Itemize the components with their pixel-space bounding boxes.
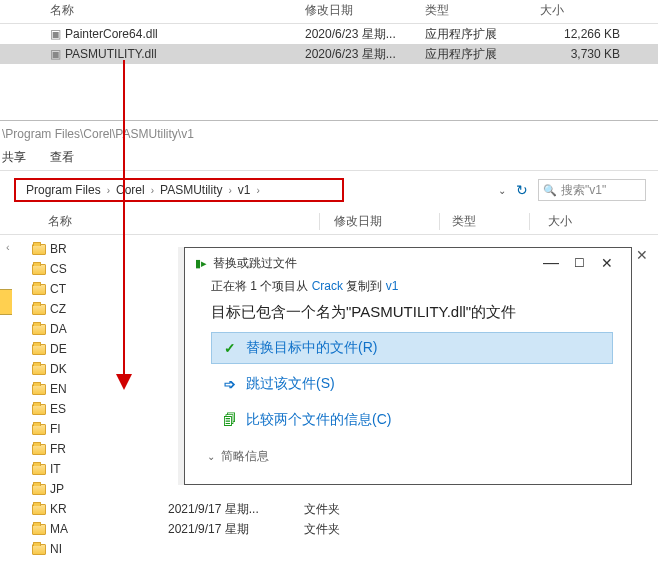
file-type: 应用程序扩展: [425, 46, 540, 63]
folder-item[interactable]: KR: [28, 499, 168, 519]
skip-icon: ➩: [222, 376, 238, 392]
nav-collapse-icon[interactable]: ‹: [0, 235, 28, 559]
dialog-subtitle: 正在将 1 个项目从 Crack 复制到 v1: [185, 278, 631, 297]
close-icon[interactable]: ✕: [636, 247, 648, 263]
search-input[interactable]: 🔍 搜索"v1": [538, 179, 646, 201]
tab-view[interactable]: 查看: [50, 149, 74, 166]
crumb[interactable]: Program Files: [26, 183, 101, 197]
ribbon-tabs: 共享 查看: [0, 145, 658, 171]
folder-item[interactable]: CT: [28, 279, 168, 299]
copy-icon: ▮▸: [195, 257, 207, 270]
address-dropdown-icon[interactable]: ⌄: [498, 185, 506, 196]
minimize-button[interactable]: —: [537, 254, 565, 272]
row-type: 文件夹: [304, 521, 340, 538]
skip-button[interactable]: ➩ 跳过该文件(S): [211, 368, 613, 400]
folder-icon: [32, 264, 46, 275]
crumb[interactable]: PASMUtility: [160, 183, 222, 197]
folder-icon: [32, 384, 46, 395]
chevron-right-icon[interactable]: ›: [255, 185, 262, 196]
folder-item[interactable]: NI: [28, 539, 168, 559]
folder-icon: [32, 464, 46, 475]
address-bar-row: Program Files › Corel › PASMUtility › v1…: [0, 177, 658, 203]
folder-item[interactable]: JP: [28, 479, 168, 499]
folder-name: EN: [50, 382, 67, 396]
file-size: 12,266 KB: [540, 27, 630, 41]
search-placeholder: 搜索"v1": [561, 182, 606, 199]
file-date: 2020/6/23 星期...: [305, 26, 425, 43]
col-size[interactable]: 大小: [540, 2, 630, 19]
folder-name: NI: [50, 542, 62, 556]
col-size[interactable]: 大小: [530, 213, 572, 230]
folder-name: IT: [50, 462, 61, 476]
folder-name: ES: [50, 402, 66, 416]
folder-icon: [32, 424, 46, 435]
folder-name: BR: [50, 242, 67, 256]
close-button[interactable]: ✕: [593, 255, 621, 271]
folder-icon: [32, 504, 46, 515]
folder-item[interactable]: MA: [28, 519, 168, 539]
chevron-right-icon[interactable]: ›: [105, 185, 112, 196]
col-type[interactable]: 类型: [425, 2, 540, 19]
col-type[interactable]: 类型: [440, 213, 530, 230]
file-row[interactable]: ▣PASMUTILITY.dll 2020/6/23 星期... 应用程序扩展 …: [0, 44, 658, 64]
refresh-icon[interactable]: ↻: [516, 182, 528, 198]
list-row[interactable]: 2021/9/17 星期文件夹: [168, 519, 340, 539]
folder-icon: [32, 324, 46, 335]
window-title-path: \Program Files\Corel\PASMUtility\v1: [0, 121, 658, 145]
dialog-title: 替换或跳过文件: [213, 255, 537, 272]
folder-name: KR: [50, 502, 67, 516]
folder-name: MA: [50, 522, 68, 536]
folder-item[interactable]: EN: [28, 379, 168, 399]
folder-item[interactable]: DE: [28, 339, 168, 359]
folder-icon: [32, 344, 46, 355]
dll-icon: ▣: [50, 27, 61, 41]
row-date: 2021/9/17 星期...: [168, 501, 304, 518]
row-date: 2021/9/17 星期: [168, 521, 304, 538]
folder-name: DA: [50, 322, 67, 336]
chevron-right-icon[interactable]: ›: [149, 185, 156, 196]
list-row[interactable]: 2021/9/17 星期...文件夹: [168, 499, 340, 519]
folder-item[interactable]: ES: [28, 399, 168, 419]
source-window: 名称 修改日期 类型 大小 ▣PainterCore64.dll 2020/6/…: [0, 0, 658, 64]
folder-icon: [32, 364, 46, 375]
compare-icon: 🗐: [222, 412, 238, 428]
folder-item[interactable]: BR: [28, 239, 168, 259]
more-details-toggle[interactable]: ⌄ 简略信息: [185, 440, 631, 465]
tab-share[interactable]: 共享: [2, 149, 26, 166]
folder-item[interactable]: FI: [28, 419, 168, 439]
folder-item[interactable]: CZ: [28, 299, 168, 319]
replace-or-skip-dialog: ▮▸ 替换或跳过文件 — ☐ ✕ 正在将 1 个项目从 Crack 复制到 v1…: [184, 247, 632, 485]
col-name[interactable]: 名称: [0, 2, 305, 19]
maximize-button[interactable]: ☐: [565, 256, 593, 270]
file-row[interactable]: ▣PainterCore64.dll 2020/6/23 星期... 应用程序扩…: [0, 24, 658, 44]
folder-item[interactable]: CS: [28, 259, 168, 279]
chevron-right-icon[interactable]: ›: [227, 185, 234, 196]
folder-item[interactable]: IT: [28, 459, 168, 479]
folder-item[interactable]: FR: [28, 439, 168, 459]
file-date: 2020/6/23 星期...: [305, 46, 425, 63]
folder-list: BRCSCTCZDADEDKENESFIFRITJPKRMANI: [28, 235, 168, 559]
column-headers: 名称 修改日期 类型 大小: [0, 203, 658, 235]
crumb[interactable]: Corel: [116, 183, 145, 197]
check-icon: ✓: [222, 340, 238, 356]
file-name: PASMUTILITY.dll: [65, 47, 157, 61]
col-date[interactable]: 修改日期: [305, 2, 425, 19]
folder-icon: [32, 544, 46, 555]
col-date[interactable]: 修改日期: [320, 213, 440, 230]
search-icon: 🔍: [543, 184, 557, 197]
breadcrumb[interactable]: Program Files › Corel › PASMUtility › v1…: [14, 178, 344, 202]
row-type: 文件夹: [304, 501, 340, 518]
compare-button[interactable]: 🗐 比较两个文件的信息(C): [211, 404, 613, 436]
replace-button[interactable]: ✓ 替换目标中的文件(R): [211, 332, 613, 364]
col-name[interactable]: 名称: [0, 213, 320, 230]
folder-name: FI: [50, 422, 61, 436]
dll-icon: ▣: [50, 47, 61, 61]
folder-name: CT: [50, 282, 66, 296]
file-type: 应用程序扩展: [425, 26, 540, 43]
selected-nav-indicator: [0, 289, 12, 315]
crumb[interactable]: v1: [238, 183, 251, 197]
folder-name: DE: [50, 342, 67, 356]
folder-item[interactable]: DA: [28, 319, 168, 339]
folder-item[interactable]: DK: [28, 359, 168, 379]
folder-icon: [32, 284, 46, 295]
